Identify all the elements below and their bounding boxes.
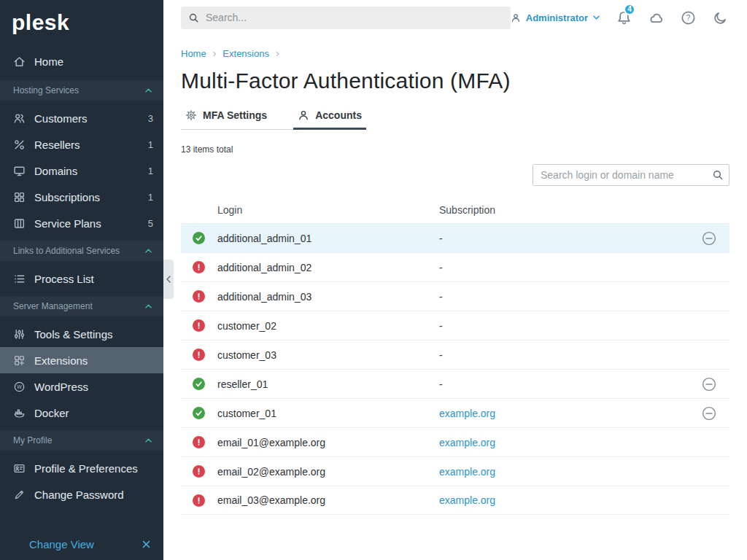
sidebar-collapse-handle[interactable] <box>163 260 174 299</box>
sidebar-section-my-profile[interactable]: My Profile <box>0 430 163 451</box>
login-cell: additional_admin_01 <box>217 233 439 244</box>
monitor-icon <box>13 165 26 177</box>
id-card-icon <box>13 462 26 475</box>
login-cell: customer_01 <box>217 408 439 419</box>
mfa-enabled-icon <box>193 407 205 419</box>
sidebar-item-label: Tools & Settings <box>34 328 113 341</box>
help-button[interactable]: ? <box>681 10 696 26</box>
sidebar-item-wordpress[interactable]: W WordPress <box>0 373 163 400</box>
item-count-badge: 5 <box>148 218 153 229</box>
mfa-disabled-icon <box>193 290 205 303</box>
svg-text:W: W <box>17 384 22 389</box>
table-row[interactable]: email_02@example.org example.org <box>181 456 729 486</box>
reset-mfa-button[interactable] <box>702 377 716 392</box>
notifications-button[interactable]: 4 <box>616 10 632 26</box>
sidebar-item-tools-settings[interactable]: Tools & Settings <box>0 321 163 347</box>
pencil-icon <box>13 489 26 501</box>
sidebar-item-service-plans[interactable]: Service Plans 5 <box>0 210 163 236</box>
list-icon <box>13 273 26 285</box>
table-row[interactable]: customer_02 - <box>181 311 729 340</box>
chevron-up-icon <box>145 88 152 93</box>
login-cell: reseller_01 <box>217 378 439 390</box>
table-row[interactable]: email_03@example.org example.org <box>181 486 729 515</box>
subscription-link[interactable]: example.org <box>439 466 495 478</box>
close-icon[interactable] <box>142 540 150 548</box>
sidebar: plesk Home Hosting Services Customers 3 … <box>0 0 163 560</box>
subscription-cell: - <box>439 378 689 390</box>
percent-icon <box>13 139 26 151</box>
chevron-up-icon <box>145 438 152 443</box>
subscription-link[interactable]: example.org <box>439 494 495 506</box>
chevron-up-icon <box>145 249 152 253</box>
sidebar-section-additional-services[interactable]: Links to Additional Services <box>0 241 163 261</box>
sidebar-item-process-list[interactable]: Process List <box>0 265 163 292</box>
sidebar-item-label: Home <box>34 55 63 68</box>
breadcrumb-home-link[interactable]: Home <box>181 48 206 59</box>
search-icon[interactable] <box>712 169 724 181</box>
subscription-cell: - <box>439 233 689 244</box>
login-cell: customer_03 <box>217 349 439 361</box>
breadcrumb-extensions-link[interactable]: Extensions <box>222 48 269 59</box>
global-search-input[interactable] <box>206 12 503 23</box>
item-count-badge: 1 <box>148 192 153 203</box>
item-count-badge: 1 <box>148 166 153 176</box>
change-view-button[interactable]: Change View <box>0 528 163 560</box>
column-header-login: Login <box>217 204 439 216</box>
tab-label: Accounts <box>315 109 362 121</box>
sidebar-item-label: Service Plans <box>34 217 101 230</box>
sidebar-section-server-management[interactable]: Server Management <box>0 296 163 316</box>
wordpress-icon: W <box>13 381 26 393</box>
table-row[interactable]: email_01@example.org example.org <box>181 427 729 456</box>
minus-circle-icon <box>702 377 716 392</box>
promos-button[interactable] <box>649 10 664 26</box>
table-row[interactable]: additional_admin_01 - <box>181 223 729 252</box>
sidebar-item-docker[interactable]: Docker <box>0 400 163 426</box>
sidebar-item-extensions[interactable]: Extensions <box>0 347 163 373</box>
login-cell: email_03@example.org <box>217 494 439 506</box>
login-cell: additional_admin_03 <box>217 291 439 303</box>
sidebar-section-hosting-services[interactable]: Hosting Services <box>0 80 163 101</box>
table-row[interactable]: additional_admin_03 - <box>181 281 729 311</box>
account-filter-input[interactable] <box>533 164 729 186</box>
table-row[interactable]: customer_01 example.org <box>181 398 729 427</box>
tab-accounts[interactable]: Accounts <box>293 108 366 129</box>
sidebar-item-domains[interactable]: Domains 1 <box>0 158 163 184</box>
sidebar-item-resellers[interactable]: Resellers 1 <box>0 131 163 158</box>
search-icon <box>188 12 199 23</box>
sidebar-item-subscriptions[interactable]: Subscriptions 1 <box>0 184 163 210</box>
minus-circle-icon <box>702 406 716 421</box>
column-header-subscription: Subscription <box>439 204 689 216</box>
columns-icon <box>13 217 26 230</box>
sidebar-item-customers[interactable]: Customers 3 <box>0 105 163 131</box>
items-total: 13 items total <box>181 144 729 155</box>
night-mode-button[interactable] <box>713 10 728 26</box>
user-icon <box>298 109 309 121</box>
sidebar-item-label: Domains <box>34 165 77 177</box>
sidebar-item-home[interactable]: Home <box>0 47 163 76</box>
subscription-link[interactable]: example.org <box>439 408 495 419</box>
breadcrumb-separator: › <box>213 47 217 59</box>
sidebar-item-profile-preferences[interactable]: Profile & Preferences <box>0 455 163 481</box>
table-row[interactable]: additional_admin_02 - <box>181 252 729 281</box>
table-header: Login Subscription <box>181 197 729 223</box>
docker-icon <box>13 407 26 419</box>
cloud-icon <box>649 10 664 26</box>
table-row[interactable]: reseller_01 - <box>181 369 729 398</box>
login-cell: additional_admin_02 <box>217 262 439 273</box>
tab-mfa-settings[interactable]: MFA Settings <box>181 108 271 129</box>
mfa-disabled-icon <box>193 349 205 361</box>
mfa-disabled-icon <box>193 319 205 332</box>
login-cell: customer_02 <box>217 320 439 332</box>
reset-mfa-button[interactable] <box>702 231 716 246</box>
reset-mfa-button[interactable] <box>702 406 716 421</box>
user-menu[interactable]: Administrator <box>511 12 600 23</box>
plesk-app: plesk Home Hosting Services Customers 3 … <box>0 0 747 560</box>
mfa-disabled-icon <box>193 436 205 448</box>
subscription-link[interactable]: example.org <box>439 437 495 448</box>
sidebar-item-change-password[interactable]: Change Password <box>0 481 163 508</box>
table-row[interactable]: customer_03 - <box>181 340 729 369</box>
topbar: Administrator 4 ? <box>163 0 747 35</box>
svg-text:?: ? <box>686 13 691 22</box>
subscription-cell: - <box>439 262 689 273</box>
subscription-cell: - <box>439 349 689 361</box>
